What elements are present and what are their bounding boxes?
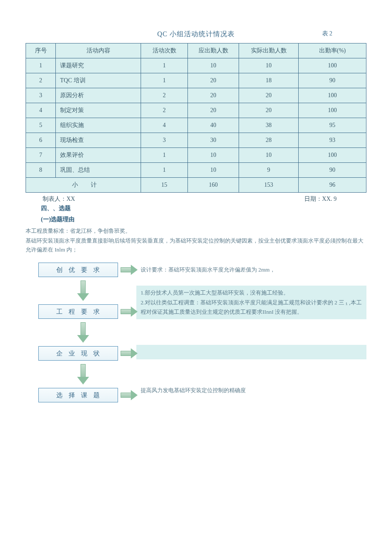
cell-times: 3	[141, 133, 188, 148]
box-qiye: 企业现状	[38, 346, 118, 361]
table-row: 4制定对策22020100	[26, 103, 366, 118]
page-title: QC 小组活动统计情况表	[157, 30, 235, 39]
cell-times: 1	[141, 73, 188, 88]
th-content: 活动内容	[56, 43, 141, 58]
box-xuanze: 选择课题	[38, 388, 118, 402]
cell-actual: 10	[239, 148, 299, 163]
cell-rate: 100	[299, 58, 366, 73]
cell-should: 40	[188, 118, 239, 133]
arrow-down-icon	[78, 364, 88, 384]
th-times: 活动次数	[141, 43, 188, 58]
table-header-row: 序号 活动内容 活动次数 应出勤人数 实际出勤人数 出勤率(%)	[26, 43, 366, 58]
cell-rate: 90	[299, 73, 366, 88]
arrow-right-icon	[121, 308, 136, 315]
cell-should: 20	[188, 73, 239, 88]
cell-rate: 93	[299, 133, 366, 148]
cell-rate: 100	[299, 148, 366, 163]
note-1: 设计要求：基础环安装顶面水平度允许偏差值为 2mm，	[136, 263, 366, 277]
flow-row-4: 选择课题	[30, 388, 136, 402]
subtotal-label: 小计	[26, 178, 141, 193]
cell-times: 1	[141, 58, 188, 73]
flowchart: 创优要求 工程要求 企业现状 选择课题 设计要求：基础环安装顶面水平度允许偏差值…	[26, 263, 366, 402]
subsection-1-heading: (一)选题理由	[41, 216, 366, 223]
cell-times: 4	[141, 118, 188, 133]
cell-content: 巩固、总结	[56, 163, 141, 178]
section-4-heading: 四、、选题	[41, 205, 366, 212]
arrow-down-icon	[78, 322, 88, 343]
th-seq: 序号	[26, 43, 56, 58]
title-row: QC 小组活动统计情况表 表 2	[26, 30, 366, 39]
table-number: 表 2	[322, 30, 333, 38]
cell-actual: 20	[239, 88, 299, 103]
cell-content: 课题研究	[56, 58, 141, 73]
cell-seq: 2	[26, 73, 56, 88]
table-row: 3原因分析22020100	[26, 88, 366, 103]
note-3-empty	[136, 345, 366, 359]
cell-actual: 38	[239, 118, 299, 133]
cell-rate: 95	[299, 118, 366, 133]
cell-actual: 28	[239, 133, 299, 148]
stats-table: 序号 活动内容 活动次数 应出勤人数 实际出勤人数 出勤率(%) 1课题研究11…	[26, 43, 366, 193]
cell-actual: 10	[239, 58, 299, 73]
th-actual: 实际出勤人数	[239, 43, 299, 58]
th-should: 应出勤人数	[188, 43, 239, 58]
cell-seq: 5	[26, 118, 56, 133]
cell-times: 2	[141, 88, 188, 103]
cell-should: 10	[188, 58, 239, 73]
table-footer: 制表人：XX 日期：XX. 9	[26, 195, 366, 203]
subtotal-times: 15	[141, 178, 188, 193]
paragraph-2: 基础环安装顶面水平度质量直接影响后续塔筒安装垂直度，为基础环安装定位控制的关键因…	[26, 237, 366, 254]
cell-actual: 9	[239, 163, 299, 178]
note-2: 1.部分技术人员第一次施工大型基础环安装，没有施工经验。 2.对以往类似工程调查…	[136, 286, 366, 319]
cell-rate: 100	[299, 88, 366, 103]
flowchart-notes: 设计要求：基础环安装顶面水平度允许偏差值为 2mm， 1.部分技术人员第一次施工…	[136, 263, 366, 402]
cell-seq: 7	[26, 148, 56, 163]
date-label: 日期：XX. 9	[304, 195, 337, 203]
table-row: 7效果评价11010100	[26, 148, 366, 163]
cell-actual: 18	[239, 73, 299, 88]
cell-content: 效果评价	[56, 148, 141, 163]
box-gongcheng: 工程要求	[38, 304, 118, 319]
cell-rate: 100	[299, 103, 366, 118]
table-row: 1课题研究11010100	[26, 58, 366, 73]
flow-row-1: 创优要求	[30, 263, 136, 277]
cell-seq: 1	[26, 58, 56, 73]
table-row: 2TQC 培训1201890	[26, 73, 366, 88]
cell-seq: 6	[26, 133, 56, 148]
flow-row-2: 工程要求	[30, 304, 136, 319]
cell-content: 组织实施	[56, 118, 141, 133]
cell-times: 1	[141, 148, 188, 163]
subtotal-should: 160	[188, 178, 239, 193]
cell-should: 10	[188, 163, 239, 178]
cell-should: 10	[188, 148, 239, 163]
arrow-right-icon	[121, 391, 136, 399]
cell-content: 原因分析	[56, 88, 141, 103]
arrow-right-icon	[121, 350, 136, 357]
th-rate: 出勤率(%)	[299, 43, 366, 58]
cell-content: 现场检查	[56, 133, 141, 148]
cell-seq: 8	[26, 163, 56, 178]
cell-rate: 90	[299, 163, 366, 178]
cell-should: 30	[188, 133, 239, 148]
cell-content: TQC 培训	[56, 73, 141, 88]
arrow-down-icon	[78, 280, 88, 301]
cell-content: 制定对策	[56, 103, 141, 118]
cell-times: 2	[141, 103, 188, 118]
maker-label: 制表人：XX	[43, 195, 75, 203]
flow-row-3: 企业现状	[30, 346, 136, 361]
table-row: 8巩固、总结110990	[26, 163, 366, 178]
box-chuangyou: 创优要求	[38, 263, 118, 277]
cell-seq: 4	[26, 103, 56, 118]
cell-should: 20	[188, 88, 239, 103]
cell-times: 1	[141, 163, 188, 178]
arrow-right-icon	[121, 266, 136, 274]
subtotal-row: 小计1516015396	[26, 178, 366, 193]
paragraph-1: 本工程质量标准：省龙江杯，争创鲁班奖。	[26, 227, 366, 236]
cell-actual: 20	[239, 103, 299, 118]
note-4: 提高风力发电基础环安装定位控制的精确度	[136, 383, 366, 398]
subtotal-actual: 153	[239, 178, 299, 193]
flowchart-boxes: 创优要求 工程要求 企业现状 选择课题	[26, 263, 136, 402]
table-body: 1课题研究110101002TQC 培训12018903原因分析22020100…	[26, 58, 366, 193]
subtotal-rate: 96	[299, 178, 366, 193]
cell-seq: 3	[26, 88, 56, 103]
